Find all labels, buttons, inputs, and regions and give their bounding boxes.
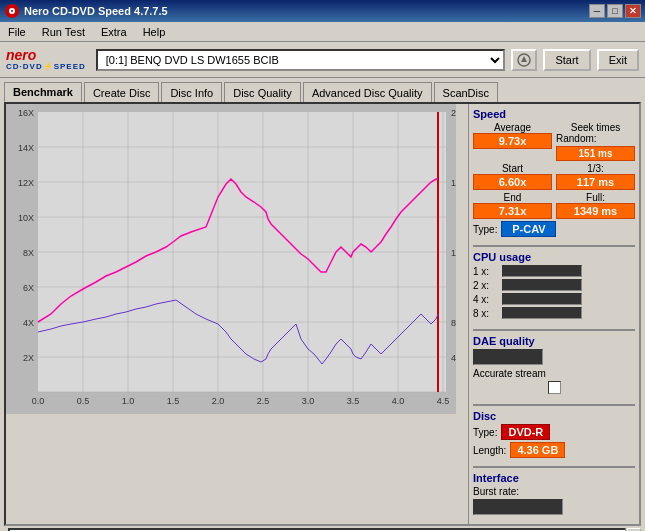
disc-type-value: DVD-R [501, 424, 550, 440]
cpu-8x-bar [502, 307, 582, 319]
start-label: Start [473, 163, 552, 174]
eject-button[interactable] [511, 49, 537, 71]
start-button[interactable]: Start [543, 49, 590, 71]
cpu-4x-bar [502, 293, 582, 305]
dae-quality-title: DAE quality [473, 335, 635, 347]
exit-button[interactable]: Exit [597, 49, 639, 71]
svg-text:4X: 4X [23, 318, 34, 328]
speed-title: Speed [473, 108, 635, 120]
disc-type-label: Type: [473, 427, 497, 438]
cpu-1x-label: 1 x: [473, 266, 498, 277]
disc-length-value: 4.36 GB [510, 442, 565, 458]
svg-text:2.0: 2.0 [212, 396, 225, 406]
menu-file[interactable]: File [4, 25, 30, 39]
svg-text:14X: 14X [18, 143, 34, 153]
tab-disc-info[interactable]: Disc Info [161, 82, 222, 102]
interface-section: Interface Burst rate: [473, 472, 635, 516]
cpu-4x-label: 4 x: [473, 294, 498, 305]
svg-text:8: 8 [451, 318, 456, 328]
svg-text:12X: 12X [18, 178, 34, 188]
title-text: Nero CD-DVD Speed 4.7.7.5 [24, 5, 168, 17]
svg-point-2 [11, 10, 13, 12]
type-value: P-CAV [501, 221, 556, 237]
svg-text:16X: 16X [18, 108, 34, 118]
right-panel: Speed Average 9.73x Seek times Random: 1… [469, 104, 639, 524]
cpu-2x-label: 2 x: [473, 280, 498, 291]
full-label: Full: [556, 192, 635, 203]
eject-icon [517, 53, 531, 67]
dae-quality-section: DAE quality Accurate stream [473, 335, 635, 396]
menu-extra[interactable]: Extra [97, 25, 131, 39]
menu-run-test[interactable]: Run Test [38, 25, 89, 39]
end-value: 7.31x [473, 203, 552, 219]
nero-logo: nero [6, 48, 86, 62]
svg-text:6X: 6X [23, 283, 34, 293]
one-third-label: 1/3: [556, 163, 635, 174]
tab-advanced-disc-quality[interactable]: Advanced Disc Quality [303, 82, 432, 102]
tab-disc-quality[interactable]: Disc Quality [224, 82, 301, 102]
average-value: 9.73x [473, 133, 552, 149]
cpu-2x-bar [502, 279, 582, 291]
speed-section: Speed Average 9.73x Seek times Random: 1… [473, 108, 635, 237]
window-controls: ─ □ ✕ [589, 4, 641, 18]
burst-rate-label: Burst rate: [473, 486, 635, 497]
svg-text:3.0: 3.0 [302, 396, 315, 406]
random-value: 151 ms [556, 146, 635, 161]
tab-create-disc[interactable]: Create Disc [84, 82, 159, 102]
cpu-8x-label: 8 x: [473, 308, 498, 319]
tabs-bar: Benchmark Create Disc Disc Info Disc Qua… [0, 78, 645, 102]
svg-text:4.0: 4.0 [392, 396, 405, 406]
svg-text:0.5: 0.5 [77, 396, 90, 406]
svg-text:16: 16 [451, 178, 456, 188]
minimize-button[interactable]: ─ [589, 4, 605, 18]
main-content: 16X 14X 12X 10X 8X 6X 4X 2X 20 16 12 8 4… [4, 102, 641, 526]
svg-text:3.5: 3.5 [347, 396, 360, 406]
average-label: Average [473, 122, 552, 133]
interface-title: Interface [473, 472, 635, 484]
chart-area: 16X 14X 12X 10X 8X 6X 4X 2X 20 16 12 8 4… [6, 104, 469, 524]
start-value: 6.60x [473, 174, 552, 190]
svg-text:2X: 2X [23, 353, 34, 363]
menu-bar: File Run Test Extra Help [0, 22, 645, 42]
close-button[interactable]: ✕ [625, 4, 641, 18]
nero-sub: CD·DVD⚡SPEED [6, 62, 86, 71]
svg-text:1.5: 1.5 [167, 396, 180, 406]
app-icon [4, 3, 20, 19]
disc-section: Disc Type: DVD-R Length: 4.36 GB [473, 410, 635, 458]
svg-text:10X: 10X [18, 213, 34, 223]
drive-selector[interactable]: [0:1] BENQ DVD LS DW1655 BCIB [96, 49, 506, 71]
nero-logo-area: nero CD·DVD⚡SPEED [6, 48, 86, 71]
dae-quality-bar [473, 349, 543, 365]
seek-times-title: Seek times [556, 122, 635, 133]
accurate-stream-checkbox[interactable] [548, 381, 561, 394]
burst-rate-bar [473, 499, 563, 515]
one-third-value: 117 ms [556, 174, 635, 190]
toolbar: nero CD·DVD⚡SPEED [0:1] BENQ DVD LS DW16… [0, 42, 645, 78]
maximize-button[interactable]: □ [607, 4, 623, 18]
svg-text:20: 20 [451, 108, 456, 118]
svg-text:8X: 8X [23, 248, 34, 258]
svg-text:4: 4 [451, 353, 456, 363]
menu-help[interactable]: Help [139, 25, 170, 39]
cpu-usage-section: CPU usage 1 x: 2 x: 4 x: 8 x: [473, 251, 635, 321]
type-label: Type: [473, 224, 497, 235]
svg-text:2.5: 2.5 [257, 396, 270, 406]
disc-length-label: Length: [473, 445, 506, 456]
cpu-1x-bar [502, 265, 582, 277]
random-label: Random: [556, 133, 597, 144]
accurate-stream-label: Accurate stream [473, 368, 635, 379]
tab-benchmark[interactable]: Benchmark [4, 82, 82, 102]
end-label: End [473, 192, 552, 203]
disc-title: Disc [473, 410, 635, 422]
svg-text:0.0: 0.0 [32, 396, 45, 406]
cpu-usage-title: CPU usage [473, 251, 635, 263]
svg-text:1.0: 1.0 [122, 396, 135, 406]
svg-text:4.5: 4.5 [437, 396, 450, 406]
svg-text:12: 12 [451, 248, 456, 258]
svg-marker-4 [521, 56, 527, 62]
tab-scan-disc[interactable]: ScanDisc [434, 82, 498, 102]
benchmark-chart: 16X 14X 12X 10X 8X 6X 4X 2X 20 16 12 8 4… [6, 104, 456, 414]
title-bar: Nero CD-DVD Speed 4.7.7.5 ─ □ ✕ [0, 0, 645, 22]
full-value: 1349 ms [556, 203, 635, 219]
